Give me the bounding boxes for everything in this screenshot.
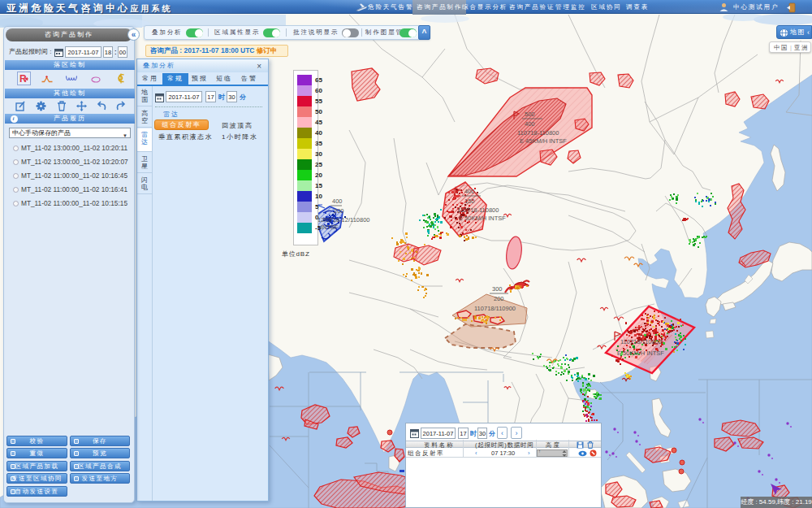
svg-text:12/0718-12/110800: 12/0718-12/110800 — [317, 216, 370, 224]
svg-text:500: 500 — [525, 111, 535, 118]
svg-text:300: 300 — [492, 285, 503, 293]
svg-text:E 50KM/H INTSF: E 50KM/H INTSF — [459, 215, 506, 222]
svg-text:110718-110800: 110718-110800 — [517, 129, 559, 137]
svg-text:E 50KM/H INTSF: E 50KM/H INTSF — [617, 350, 664, 357]
svg-text:400: 400 — [332, 198, 343, 205]
svg-text:400: 400 — [464, 188, 475, 195]
svg-text:110718/110800: 110718/110800 — [620, 338, 662, 345]
svg-text:E 45KM/H INTSF: E 45KM/H INTSF — [520, 137, 567, 145]
svg-text:400: 400 — [525, 120, 535, 128]
svg-text:110718/110900: 110718/110900 — [474, 305, 516, 312]
svg-text:110718-110800: 110718-110800 — [457, 206, 499, 214]
svg-text:R: R — [19, 73, 27, 85]
svg-text:200: 200 — [334, 207, 344, 215]
svg-text:200: 200 — [494, 295, 504, 302]
svg-text:INTSF: INTSF — [321, 224, 339, 231]
svg-text:150: 150 — [464, 198, 475, 205]
